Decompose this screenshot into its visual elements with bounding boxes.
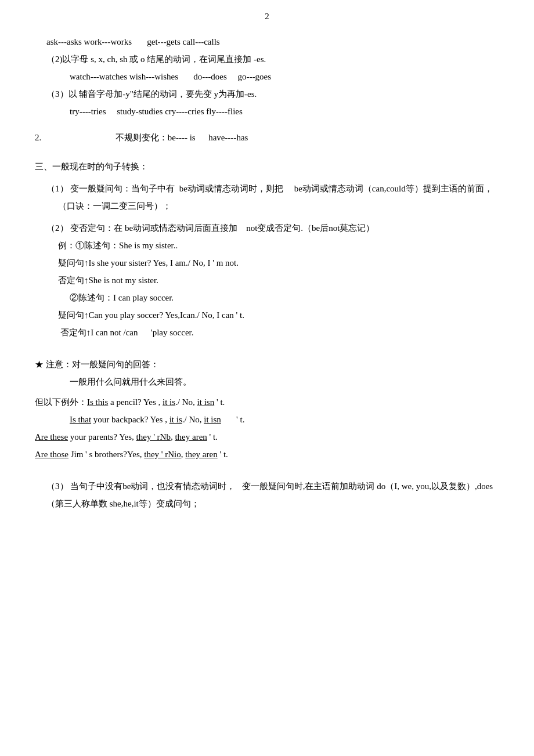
itisnt1: it isn xyxy=(197,397,215,407)
conj-line-2: watch---watches wish---wishes do---does … xyxy=(70,68,499,85)
they-arent2: they aren xyxy=(185,450,217,459)
section3-3-block: （3） 当句子中没有be动词，也没有情态动词时， 变一般疑问句时,在主语前加助动… xyxy=(35,478,499,512)
star-note-section: ★ 注意：对一般疑问句的回答： 一般用什么问就用什么来回答。 但以下例外：Is … xyxy=(35,356,499,463)
itis2: it is xyxy=(169,415,182,424)
conjugation-section: ask---asks work---works get---gets call-… xyxy=(35,33,499,120)
conj-line-3: try----tries study-studies cry----cries … xyxy=(70,103,499,120)
section3-1-block: （1） 变一般疑问句：当句子中有 be动词或情态动词时，则把 be动词或情态动词… xyxy=(35,180,499,215)
conj-rule-3: （3）以 辅音字母加-y"结尾的动词，要先变 y为再加-es. xyxy=(46,85,499,103)
star-example-1-underline: Is this xyxy=(87,397,108,407)
example-2-block: ②陈述句：I can play soccer. xyxy=(70,289,499,306)
are-these: Are these xyxy=(35,432,68,442)
star-example-3: Are these your parents? Yes, they ' rNb,… xyxy=(35,428,499,446)
section3-2-examples: 例：①陈述句：She is my sister.. 疑问句↑Is she you… xyxy=(58,237,499,341)
conj-line-1: ask---asks work---works get---gets call-… xyxy=(46,33,499,50)
star-example-2: Is that your backpack? Yes , it is./ No,… xyxy=(70,411,499,428)
they-rNb: they ' rNb xyxy=(136,432,171,442)
star-example-1: 但以下例外：Is this a pencil? Yes , it is./ No… xyxy=(35,393,499,411)
itisnt2: it isn xyxy=(204,415,221,424)
example-1-negative: 否定句↑She is not my sister. xyxy=(58,272,499,289)
conj-rule-2: （2)以字母 s, x, ch, sh 或 o 结尾的动词，在词尾直接加 -es… xyxy=(46,50,499,68)
section3-2-title: （2） 变否定句：在 be动词或情态动词后面直接加 not变成否定句.（be后n… xyxy=(46,219,499,237)
section3-2-block: （2） 变否定句：在 be动词或情态动词后面直接加 not变成否定句.（be后n… xyxy=(35,219,499,341)
section3: 三、一般现在时的句子转换： （1） 变一般疑问句：当句子中有 be动词或情态动词… xyxy=(35,158,499,341)
section3-3-text: （3） 当句子中没有be动词，也没有情态动词时， 变一般疑问句时,在主语前加助动… xyxy=(46,478,499,512)
example-1-statement: 例：①陈述句：She is my sister.. xyxy=(58,237,499,254)
star-example-4: Are those Jim ' s brothers?Yes, they ' r… xyxy=(35,446,499,463)
section3-title: 三、一般现在时的句子转换： xyxy=(35,158,499,175)
example-2-statement: ②陈述句：I can play soccer. xyxy=(70,289,499,306)
are-those: Are those xyxy=(35,450,68,459)
star-examples: 但以下例外：Is this a pencil? Yes , it is./ No… xyxy=(35,393,499,463)
section3-1-title: （1） 变一般疑问句：当句子中有 be动词或情态动词时，则把 be动词或情态动词… xyxy=(46,180,499,197)
example-2-negative: 否定句↑I can not /can 'play soccer. xyxy=(58,324,499,341)
example-2-question: 疑问句↑Can you play soccer? Yes,Ican./ No, … xyxy=(58,306,499,324)
page-number: 2 xyxy=(35,12,499,21)
irregular-section: 2. 不规则变化：be---- is have----has xyxy=(35,129,499,146)
itis1: it is xyxy=(163,397,175,407)
they-rNio: they ' rNio xyxy=(144,450,181,459)
they-arent1: they aren xyxy=(175,432,207,442)
section3-1-tip: （口诀：一调二变三问号）； xyxy=(58,197,499,215)
star-subtitle: 一般用什么问就用什么来回答。 xyxy=(70,373,499,390)
is-that: Is that xyxy=(70,415,91,424)
star-title: ★ 注意：对一般疑问句的回答： xyxy=(35,356,499,373)
example-1-question: 疑问句↑Is she your sister? Yes, I am./ No, … xyxy=(58,254,499,272)
irregular-line: 2. 不规则变化：be---- is have----has xyxy=(35,129,499,146)
